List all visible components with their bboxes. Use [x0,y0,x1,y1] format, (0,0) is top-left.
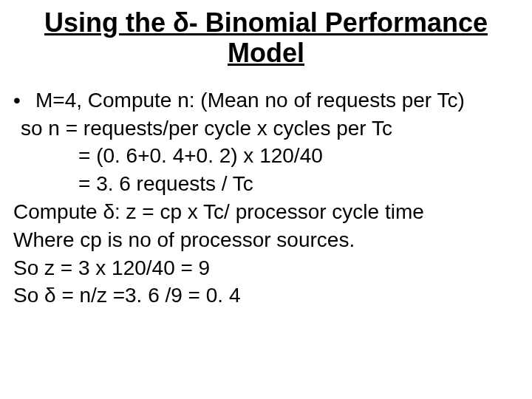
line-so-delta: So δ = n/z =3. 6 /9 = 0. 4 [13,282,519,310]
line-so-n: so n = requests/per cycle x cycles per T… [13,115,519,143]
slide-title: Using the δ- Binomial Performance Model [13,7,519,69]
bullet-marker-icon: • [13,86,35,115]
slide-body: • M=4, Compute n: (Mean no of requests p… [13,86,519,310]
slide: Using the δ- Binomial Performance Model … [0,0,532,323]
line-so-z: So z = 3 x 120/40 = 9 [13,254,519,282]
bullet-text: M=4, Compute n: (Mean no of requests per… [35,86,465,115]
line-eq1: = (0. 6+0. 4+0. 2) x 120/40 [13,142,519,170]
bullet-line: • M=4, Compute n: (Mean no of requests p… [13,86,519,115]
line-where-cp: Where cp is no of processor sources. [13,226,519,254]
line-compute-delta: Compute δ: z = cp x Tc/ processor cycle … [13,198,519,226]
line-eq2: = 3. 6 requests / Tc [13,170,519,198]
